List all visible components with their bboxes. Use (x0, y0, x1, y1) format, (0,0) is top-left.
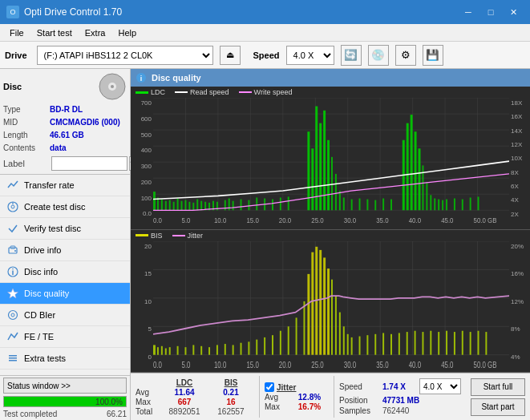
svg-point-14 (11, 313, 14, 317)
legend-ldc-label: LDC (151, 88, 165, 96)
nav-create-disc-label: Create test disc (24, 202, 85, 212)
status-bar-panel: Status window >> 100.0% Test completed 6… (0, 375, 130, 420)
chart-header-title: Disc quality (152, 73, 201, 83)
nav-create-test-disc[interactable]: Create test disc (0, 196, 130, 218)
nav-fe-te[interactable]: FE / TE (0, 326, 130, 348)
legend-write-speed: Write speed (239, 88, 293, 96)
svg-rect-163 (407, 332, 408, 355)
svg-text:15.0: 15.0 (246, 217, 259, 224)
nav-extra-tests[interactable]: Extra tests (0, 348, 130, 370)
speed-dropdown[interactable]: 4.0 X (419, 378, 461, 394)
svg-rect-87 (426, 182, 427, 210)
svg-rect-141 (280, 330, 281, 354)
eject-button[interactable]: ⏏ (220, 46, 241, 65)
legend-bis: BIS (136, 232, 163, 240)
close-button[interactable]: ✕ (503, 4, 524, 20)
svg-rect-167 (438, 332, 439, 355)
svg-rect-133 (216, 345, 218, 354)
svg-text:25.0: 25.0 (311, 359, 323, 370)
nav-disc-quality[interactable]: Disc quality (0, 283, 130, 305)
svg-rect-94 (462, 200, 463, 211)
jitter-max-row: Max 16.7% (265, 402, 329, 411)
contents-label: Contents (3, 142, 50, 155)
start-full-button[interactable]: Start full (471, 378, 525, 396)
svg-rect-50 (200, 201, 202, 211)
transfer-rate-icon (6, 179, 19, 192)
title-bar: O Opti Drive Control 1.70 ─ □ ✕ (0, 0, 530, 24)
svg-rect-67 (315, 107, 318, 211)
menu-help[interactable]: Help (111, 26, 143, 39)
drive-info-icon (6, 244, 19, 256)
svg-text:15.0: 15.0 (246, 359, 258, 370)
nav-verify-test-disc[interactable]: Verify test disc (0, 218, 130, 240)
jitter-max-label: Max (265, 402, 290, 411)
nav-cd-bier[interactable]: CD BIer (0, 305, 130, 326)
svg-text:45.0: 45.0 (441, 217, 454, 224)
svg-rect-146 (311, 252, 314, 354)
save-button[interactable]: 💾 (423, 45, 443, 66)
svg-rect-40 (161, 200, 163, 211)
position-label: Position (339, 396, 379, 405)
jitter-avg-row: Avg 12.8% (265, 393, 329, 402)
nav-transfer-rate[interactable]: Transfer rate (0, 175, 130, 196)
speed-stat-value: 1.74 X (382, 382, 416, 391)
svg-rect-75 (351, 200, 353, 211)
drive-select[interactable]: (F:) ATAPI iHBS112 2 CL0K (37, 46, 213, 65)
nav-disc-info-label: Disc info (24, 267, 58, 277)
disc-quality-icon (6, 287, 19, 300)
settings-button[interactable]: ⚙ (395, 45, 416, 66)
divider2 (334, 376, 334, 418)
svg-rect-43 (173, 202, 175, 211)
jitter-avg: 12.8% (290, 393, 329, 402)
svg-rect-48 (192, 203, 194, 210)
menu-extra[interactable]: Extra (79, 26, 112, 39)
svg-rect-17 (9, 360, 17, 361)
svg-text:10.0: 10.0 (214, 359, 226, 370)
disc-button[interactable]: 💿 (368, 45, 389, 66)
svg-rect-137 (248, 341, 249, 354)
nav-verify-label: Verify test disc (24, 224, 81, 233)
menu-file[interactable]: File (3, 26, 30, 39)
refresh-button[interactable]: 🔄 (341, 45, 362, 66)
disc-info-icon (6, 265, 19, 278)
top-chart-svg: 0.0 5.0 10.0 15.0 20.0 25.0 30.0 35.0 40… (153, 98, 509, 229)
status-window-button[interactable]: Status window >> (3, 378, 127, 394)
position-row: Position 47731 MB (339, 396, 461, 405)
svg-rect-148 (319, 249, 322, 354)
legend-ldc: LDC (136, 88, 165, 96)
svg-text:20.0: 20.0 (279, 217, 292, 224)
status-text: Test completed (3, 410, 57, 418)
nav-disc-info[interactable]: Disc info (0, 261, 130, 283)
menu-start-test[interactable]: Start test (30, 26, 79, 39)
avg-bis: 0.21 (208, 388, 254, 397)
app-icon: O (6, 6, 19, 18)
svg-rect-62 (272, 200, 273, 211)
total-row: Total 8892051 162557 (136, 407, 254, 416)
svg-rect-130 (192, 345, 194, 354)
speed-select[interactable]: 4.0 X (286, 46, 334, 65)
svg-text:40.0: 40.0 (409, 217, 422, 224)
fe-te-icon (6, 330, 19, 343)
svg-rect-145 (307, 273, 310, 354)
svg-text:5.0: 5.0 (182, 217, 191, 224)
mid-value: CMCMAGDI6 (000) (50, 116, 120, 129)
maximize-button[interactable]: □ (480, 4, 501, 20)
speed-row: Speed 1.74 X 4.0 X (339, 378, 461, 394)
jitter-checkbox[interactable] (265, 382, 274, 392)
total-label: Total (136, 407, 161, 416)
contents-value: data (50, 142, 67, 155)
label-input[interactable] (51, 156, 127, 171)
svg-rect-72 (335, 174, 337, 210)
start-part-button[interactable]: Start part (471, 398, 525, 416)
svg-rect-143 (296, 317, 297, 354)
svg-rect-88 (430, 195, 431, 210)
start-buttons: Start full Start part (471, 378, 525, 416)
max-row: Max 667 16 (136, 398, 254, 406)
svg-rect-152 (335, 296, 337, 355)
chart-header: i Disc quality (131, 69, 530, 87)
nav-drive-info[interactable]: Drive info (0, 240, 130, 261)
minimize-button[interactable]: ─ (458, 4, 479, 20)
bis-color (136, 234, 148, 236)
mid-label: MID (3, 116, 50, 129)
jitter-color (172, 235, 185, 236)
